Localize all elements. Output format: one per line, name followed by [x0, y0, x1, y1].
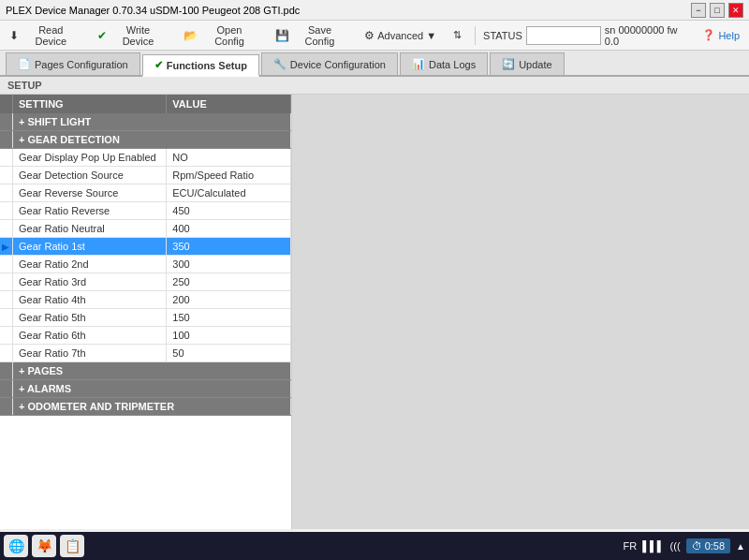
table-row[interactable]: Gear Ratio Reverse 450 [0, 202, 291, 220]
status-input[interactable] [526, 26, 601, 45]
open-config-icon: 📂 [184, 29, 198, 42]
right-area [292, 95, 749, 529]
row-value: 200 [167, 291, 291, 309]
table-row[interactable]: Gear Ratio Neutral 400 [0, 220, 291, 238]
restore-button[interactable]: □ [710, 3, 725, 18]
minimize-button[interactable]: − [691, 3, 706, 18]
functions-tab-icon: ✔ [154, 59, 163, 71]
swap-button[interactable]: ⇅ [448, 26, 467, 44]
tab-update[interactable]: 🔄 Update [490, 52, 564, 75]
row-setting: Gear Ratio 1st [12, 238, 166, 256]
taskbar-plex-app[interactable]: 📋 [60, 535, 84, 557]
write-device-icon: ✔ [97, 29, 107, 42]
taskbar-right: FR ▌▌▌ ((( ⏱ 0:58 ▲ [624, 538, 745, 553]
table-row-selected[interactable]: ▶ Gear Ratio 1st 350 [0, 238, 291, 256]
title-bar-controls: − □ ✕ [691, 3, 743, 18]
row-setting: Gear Ratio 6th [12, 327, 166, 345]
language-indicator: FR [624, 540, 638, 552]
save-config-button[interactable]: 💾 Save Config [270, 22, 354, 50]
taskbar-firefox-app[interactable]: 🦊 [32, 535, 56, 557]
table-row[interactable]: Gear Ratio 5th 150 [0, 309, 291, 327]
group-setting: + GEAR DETECTION [12, 131, 290, 149]
toolbar: ⬇ Read Device ✔ Write Device 📂 Open Conf… [0, 21, 749, 51]
row-indicator [0, 380, 12, 398]
data-tab-label: Data Logs [429, 59, 476, 70]
read-device-icon: ⬇ [9, 29, 19, 42]
time-display: ⏱ 0:58 [686, 538, 730, 553]
row-setting: Gear Ratio 3rd [12, 273, 166, 291]
table-row-group[interactable]: + ODOMETER AND TRIPMETER [0, 398, 291, 416]
toolbar-separator [475, 26, 476, 45]
row-indicator [0, 256, 12, 273]
setup-label: SETUP [0, 77, 749, 95]
table-row[interactable]: Gear Ratio 2nd 300 [0, 256, 291, 273]
row-setting: Gear Ratio 4th [12, 291, 166, 309]
device-tab-label: Device Configuration [290, 59, 386, 70]
table-row[interactable]: Gear Ratio 4th 200 [0, 291, 291, 309]
header-value: VALUE [167, 95, 291, 113]
header-setting: SETTING [12, 95, 166, 113]
row-indicator [0, 184, 12, 202]
row-indicator [0, 202, 12, 220]
title-bar-text: PLEX Device Manager 0.70.34 uSDM-100 Peu… [6, 5, 691, 16]
write-device-button[interactable]: ✔ Write Device [92, 22, 173, 50]
row-indicator [0, 131, 12, 149]
row-indicator [0, 220, 12, 238]
row-setting: Gear Display Pop Up Enabled [12, 149, 166, 167]
row-indicator [0, 167, 12, 184]
row-indicator [0, 327, 12, 345]
table-row[interactable]: Gear Detection Source Rpm/Speed Ratio [0, 167, 291, 184]
row-value: NO [167, 149, 291, 167]
table-row[interactable]: Gear Ratio 7th 50 [0, 345, 291, 362]
chrome-icon: 🌐 [8, 538, 24, 553]
advanced-icon: ⚙ [364, 29, 374, 42]
advanced-button[interactable]: ⚙ Advanced ▼ [359, 26, 442, 45]
table-row-group[interactable]: + SHIFT LIGHT [0, 113, 291, 131]
tab-functions[interactable]: ✔ Functions Setup [142, 54, 259, 77]
tab-pages[interactable]: 📄 Pages Configuration [6, 52, 140, 75]
row-setting: Gear Detection Source [12, 167, 166, 184]
taskbar: 🌐 🦊 📋 FR ▌▌▌ ((( ⏱ 0:58 ▲ [0, 532, 749, 560]
taskbar-chrome-app[interactable]: 🌐 [4, 535, 28, 557]
help-icon: ❓ [702, 29, 715, 41]
row-value: 250 [167, 273, 291, 291]
row-setting: Gear Ratio 5th [12, 309, 166, 327]
row-setting: Gear Ratio 2nd [12, 256, 166, 273]
group-setting: + SHIFT LIGHT [12, 113, 290, 131]
open-config-button[interactable]: 📂 Open Config [178, 22, 263, 50]
table-row-group[interactable]: + GEAR DETECTION [0, 131, 291, 149]
table-row-group[interactable]: + PAGES [0, 362, 291, 380]
group-setting: + ALARMS [12, 380, 290, 398]
help-button[interactable]: ❓ Help [697, 26, 745, 44]
row-value: 100 [167, 327, 291, 345]
table-row[interactable]: Gear Ratio 3rd 250 [0, 273, 291, 291]
row-value: 350 [167, 238, 291, 256]
read-device-button[interactable]: ⬇ Read Device [4, 22, 86, 50]
tab-data-logs[interactable]: 📊 Data Logs [400, 52, 488, 75]
row-value: 300 [167, 256, 291, 273]
close-button[interactable]: ✕ [728, 3, 743, 18]
settings-table: SETTING VALUE + SHIFT LIGHT + GEAR DETEC… [0, 95, 291, 416]
row-value: 400 [167, 220, 291, 238]
plex-taskbar-icon: 📋 [65, 538, 81, 553]
group-setting: + ODOMETER AND TRIPMETER [12, 398, 290, 416]
tab-device[interactable]: 🔧 Device Configuration [261, 52, 398, 75]
update-tab-label: Update [519, 59, 551, 70]
row-value: 50 [167, 345, 291, 362]
row-indicator [0, 113, 12, 131]
firefox-icon: 🦊 [37, 538, 52, 553]
row-indicator [0, 273, 12, 291]
table-row[interactable]: Gear Display Pop Up Enabled NO [0, 149, 291, 167]
functions-tab-label: Functions Setup [167, 60, 247, 71]
status-label: STATUS [483, 30, 522, 41]
taskbar-expand-arrow[interactable]: ▲ [736, 541, 745, 552]
settings-panel: SETTING VALUE + SHIFT LIGHT + GEAR DETEC… [0, 95, 292, 529]
row-value: ECU/Calculated [167, 184, 291, 202]
status-area: STATUS sn 00000000 fw 0.0 ❓ Help [483, 24, 745, 47]
row-indicator [0, 362, 12, 380]
table-row[interactable]: Gear Ratio 6th 100 [0, 327, 291, 345]
table-row[interactable]: Gear Reverse Source ECU/Calculated [0, 184, 291, 202]
table-row-group[interactable]: + ALARMS [0, 380, 291, 398]
row-setting: Gear Reverse Source [12, 184, 166, 202]
main-content: SETTING VALUE + SHIFT LIGHT + GEAR DETEC… [0, 95, 749, 529]
